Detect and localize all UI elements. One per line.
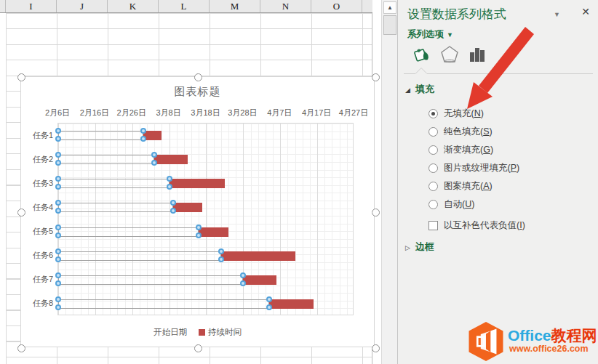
- scroll-thumb[interactable]: [383, 15, 396, 35]
- data-point-handle[interactable]: [151, 160, 157, 166]
- data-point-handle[interactable]: [266, 304, 272, 310]
- legend[interactable]: 开始日期 持续时间: [21, 327, 374, 338]
- watermark-url: www.office26.com: [509, 344, 589, 354]
- watermark-office-text: Office: [508, 327, 551, 344]
- duration-bar[interactable]: [199, 227, 228, 237]
- column-header-sliver[interactable]: [0, 0, 6, 12]
- data-point-handle[interactable]: [55, 160, 61, 166]
- start-date-bar[interactable]: [58, 275, 243, 285]
- start-date-bar[interactable]: [58, 131, 143, 140]
- scroll-up-button[interactable]: ▲: [383, 1, 396, 14]
- start-date-bar[interactable]: [58, 299, 269, 309]
- x-axis-tick-label: 4月27日: [339, 108, 368, 118]
- data-point-handle[interactable]: [167, 176, 172, 182]
- data-point-handle[interactable]: [55, 128, 61, 134]
- chart-resize-handle[interactable]: [194, 73, 202, 81]
- legend-item-duration[interactable]: 持续时间: [199, 327, 242, 338]
- data-point-handle[interactable]: [55, 208, 61, 214]
- data-point-handle[interactable]: [55, 225, 61, 230]
- legend-item-start[interactable]: 开始日期: [154, 327, 187, 338]
- chart-resize-handle[interactable]: [194, 344, 202, 352]
- column-header-N[interactable]: N: [260, 0, 311, 12]
- data-point-handle[interactable]: [55, 296, 61, 302]
- data-point-handle[interactable]: [140, 128, 146, 134]
- gantt-chart[interactable]: 图表标题 2月6日2月16日2月26日3月8日3月18日3月28日4月7日4月1…: [20, 76, 375, 347]
- duration-bar[interactable]: [221, 251, 295, 261]
- column-header-L[interactable]: L: [159, 0, 210, 12]
- data-point-handle[interactable]: [55, 232, 61, 238]
- y-axis-category-label: 任务3: [23, 177, 53, 188]
- option-automatic-fill[interactable]: 自动(U): [428, 198, 474, 210]
- option-invert-if-negative[interactable]: 以互补色代表负值(I): [428, 219, 525, 231]
- plot-area[interactable]: [57, 123, 354, 315]
- radio-solid-fill[interactable]: [428, 127, 438, 137]
- chart-resize-handle[interactable]: [17, 344, 25, 352]
- data-point-handle[interactable]: [55, 152, 61, 158]
- option-label-gradient-fill: 渐变填充(G): [444, 144, 493, 156]
- option-label-pattern-fill: 图案填充(A): [444, 180, 493, 193]
- fill-section-label: 填充: [415, 84, 434, 94]
- data-point-handle[interactable]: [218, 248, 224, 254]
- radio-pattern-fill[interactable]: [428, 182, 438, 191]
- data-point-handle[interactable]: [55, 256, 61, 262]
- column-header-I[interactable]: I: [6, 0, 57, 12]
- chart-title[interactable]: 图表标题: [21, 85, 374, 99]
- data-point-handle[interactable]: [55, 272, 61, 278]
- data-point-handle[interactable]: [170, 208, 176, 214]
- column-header-partial[interactable]: [362, 0, 372, 12]
- radio-automatic-fill[interactable]: [428, 200, 438, 209]
- data-point-handle[interactable]: [55, 200, 61, 206]
- watermark-title: Office教程网: [508, 325, 597, 346]
- data-point-handle[interactable]: [55, 176, 61, 182]
- data-point-handle[interactable]: [55, 280, 61, 286]
- chart-resize-handle[interactable]: [372, 73, 380, 81]
- chart-resize-handle[interactable]: [372, 209, 380, 217]
- duration-bar[interactable]: [173, 203, 203, 212]
- duration-bar[interactable]: [170, 179, 225, 188]
- data-point-handle[interactable]: [55, 304, 61, 310]
- option-no-fill[interactable]: 无填充(N): [428, 108, 484, 119]
- option-gradient-fill[interactable]: 渐变填充(G): [428, 144, 493, 155]
- chart-resize-handle[interactable]: [372, 344, 380, 352]
- option-solid-fill[interactable]: 纯色填充(S): [428, 126, 493, 137]
- data-point-handle[interactable]: [167, 184, 172, 190]
- duration-bar[interactable]: [243, 275, 276, 285]
- checkbox-invert-if-negative[interactable]: [428, 221, 438, 230]
- option-pattern-fill[interactable]: 图案填充(A): [428, 180, 493, 192]
- column-headers: IJKLMNO: [0, 0, 372, 13]
- data-point-handle[interactable]: [240, 280, 246, 286]
- data-point-handle[interactable]: [140, 136, 146, 142]
- radio-picture-texture-fill[interactable]: [428, 163, 438, 173]
- excel-window: IJKLMNO ▲ 图表标题 2月6日2月16日2月26日3月8日3月18日3月…: [0, 0, 598, 364]
- start-date-bar[interactable]: [58, 227, 199, 237]
- duration-bar[interactable]: [154, 155, 188, 164]
- duration-bar[interactable]: [269, 299, 314, 309]
- data-point-handle[interactable]: [218, 256, 224, 262]
- start-date-bar[interactable]: [58, 203, 173, 212]
- column-header-J[interactable]: J: [57, 0, 108, 12]
- start-date-bar[interactable]: [58, 179, 170, 188]
- chart-resize-handle[interactable]: [17, 209, 25, 217]
- start-date-bar[interactable]: [58, 251, 221, 261]
- data-point-handle[interactable]: [55, 248, 61, 254]
- office26-watermark: Office教程网 www.office26.com: [466, 321, 597, 361]
- data-point-handle[interactable]: [55, 184, 61, 190]
- data-point-handle[interactable]: [196, 225, 202, 230]
- expanded-triangle-icon: ◢: [405, 86, 410, 94]
- y-axis-category-label: 任务1: [23, 129, 53, 140]
- option-picture-texture-fill[interactable]: 图片或纹理填充(P): [428, 162, 519, 174]
- fill-section-header[interactable]: ◢填充: [405, 83, 434, 96]
- border-section-header[interactable]: ▷边框: [405, 240, 434, 254]
- chart-resize-handle[interactable]: [17, 73, 25, 81]
- column-header-K[interactable]: K: [108, 0, 159, 12]
- column-header-O[interactable]: O: [311, 0, 362, 12]
- data-point-handle[interactable]: [196, 232, 202, 238]
- data-point-handle[interactable]: [55, 136, 61, 142]
- column-header-M[interactable]: M: [210, 0, 260, 12]
- radio-gradient-fill[interactable]: [428, 145, 438, 155]
- radio-no-fill[interactable]: [428, 109, 438, 118]
- data-point-handle[interactable]: [266, 296, 272, 302]
- start-date-bar[interactable]: [58, 155, 154, 164]
- vertical-scrollbar[interactable]: ▲: [381, 0, 397, 364]
- office-logo-icon: [466, 321, 506, 362]
